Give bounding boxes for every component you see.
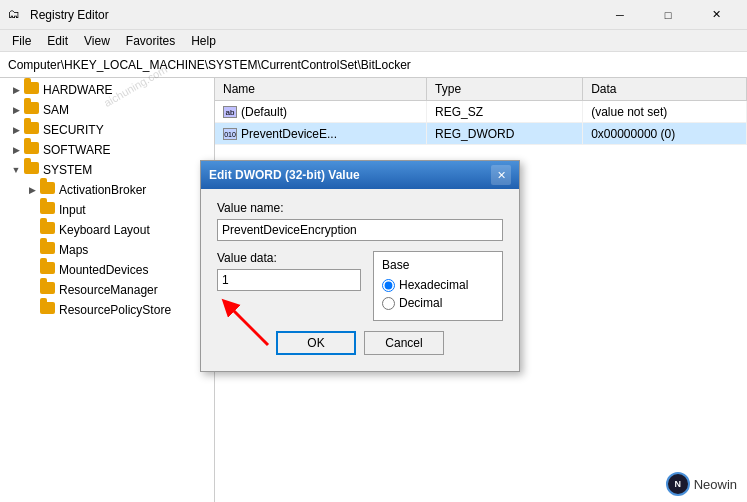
neowin-label: Neowin [694,477,737,492]
base-section: Base Hexadecimal Decimal [373,251,503,321]
base-title: Base [382,258,494,272]
radio-decimal[interactable] [382,297,395,310]
value-data-input[interactable] [217,269,361,291]
radio-decimal-row: Decimal [382,296,494,310]
radio-hexadecimal[interactable] [382,279,395,292]
dialog-overlay: Edit DWORD (32-bit) Value ✕ Value name: … [0,0,747,502]
value-name-input[interactable] [217,219,503,241]
radio-decimal-label: Decimal [399,296,442,310]
radio-hexadecimal-row: Hexadecimal [382,278,494,292]
dialog-title-bar: Edit DWORD (32-bit) Value ✕ [201,161,519,189]
radio-hexadecimal-label: Hexadecimal [399,278,468,292]
edit-dword-dialog: Edit DWORD (32-bit) Value ✕ Value name: … [200,160,520,372]
neowin-logo-icon: N [666,472,690,496]
value-data-label: Value data: [217,251,361,265]
cancel-button[interactable]: Cancel [364,331,444,355]
neowin-badge: N Neowin [666,472,737,496]
dialog-buttons: OK Cancel [217,331,503,359]
value-data-section: Value data: [217,251,361,321]
bottom-row: Value data: Base Hexadecimal Decimal [217,251,503,321]
dialog-body: Value name: Value data: Base Hexadecimal… [201,189,519,371]
value-name-label: Value name: [217,201,503,215]
dialog-close-button[interactable]: ✕ [491,165,511,185]
dialog-title: Edit DWORD (32-bit) Value [209,168,491,182]
ok-button[interactable]: OK [276,331,356,355]
